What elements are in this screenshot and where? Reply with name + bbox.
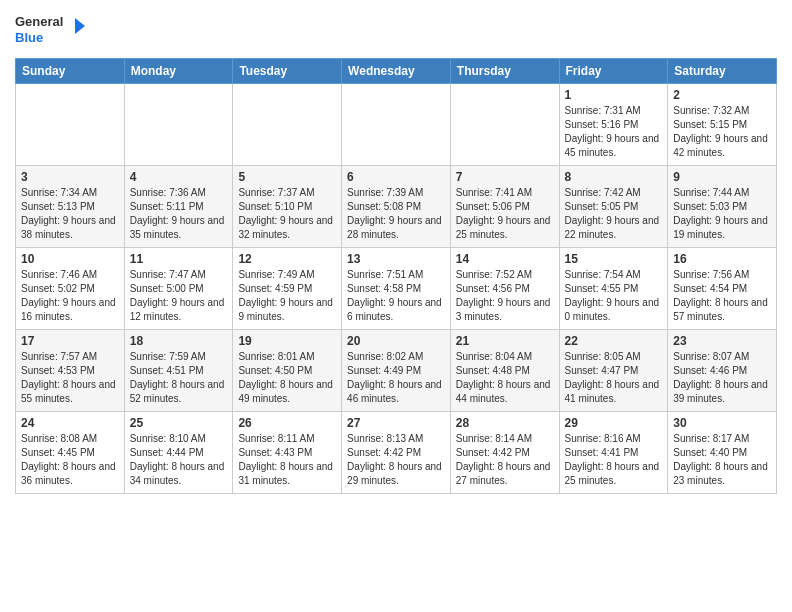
calendar-cell: 5Sunrise: 7:37 AM Sunset: 5:10 PM Daylig… xyxy=(233,166,342,248)
calendar-cell: 3Sunrise: 7:34 AM Sunset: 5:13 PM Daylig… xyxy=(16,166,125,248)
calendar-cell: 16Sunrise: 7:56 AM Sunset: 4:54 PM Dayli… xyxy=(668,248,777,330)
day-info: Sunrise: 8:11 AM Sunset: 4:43 PM Dayligh… xyxy=(238,432,336,488)
weekday-header-friday: Friday xyxy=(559,59,668,84)
day-number: 26 xyxy=(238,416,336,430)
day-info: Sunrise: 8:01 AM Sunset: 4:50 PM Dayligh… xyxy=(238,350,336,406)
day-number: 8 xyxy=(565,170,663,184)
day-info: Sunrise: 7:34 AM Sunset: 5:13 PM Dayligh… xyxy=(21,186,119,242)
calendar-cell: 14Sunrise: 7:52 AM Sunset: 4:56 PM Dayli… xyxy=(450,248,559,330)
calendar-cell: 25Sunrise: 8:10 AM Sunset: 4:44 PM Dayli… xyxy=(124,412,233,494)
day-info: Sunrise: 8:04 AM Sunset: 4:48 PM Dayligh… xyxy=(456,350,554,406)
day-number: 2 xyxy=(673,88,771,102)
day-info: Sunrise: 7:37 AM Sunset: 5:10 PM Dayligh… xyxy=(238,186,336,242)
weekday-header-saturday: Saturday xyxy=(668,59,777,84)
calendar-cell: 18Sunrise: 7:59 AM Sunset: 4:51 PM Dayli… xyxy=(124,330,233,412)
day-info: Sunrise: 7:54 AM Sunset: 4:55 PM Dayligh… xyxy=(565,268,663,324)
day-info: Sunrise: 8:05 AM Sunset: 4:47 PM Dayligh… xyxy=(565,350,663,406)
calendar-cell: 30Sunrise: 8:17 AM Sunset: 4:40 PM Dayli… xyxy=(668,412,777,494)
day-number: 5 xyxy=(238,170,336,184)
day-number: 22 xyxy=(565,334,663,348)
day-info: Sunrise: 7:59 AM Sunset: 4:51 PM Dayligh… xyxy=(130,350,228,406)
day-number: 6 xyxy=(347,170,445,184)
svg-text:General: General xyxy=(15,14,63,29)
day-number: 15 xyxy=(565,252,663,266)
calendar-cell: 4Sunrise: 7:36 AM Sunset: 5:11 PM Daylig… xyxy=(124,166,233,248)
calendar-cell: 23Sunrise: 8:07 AM Sunset: 4:46 PM Dayli… xyxy=(668,330,777,412)
svg-text:Blue: Blue xyxy=(15,30,43,45)
day-number: 1 xyxy=(565,88,663,102)
calendar-cell: 22Sunrise: 8:05 AM Sunset: 4:47 PM Dayli… xyxy=(559,330,668,412)
calendar-cell: 15Sunrise: 7:54 AM Sunset: 4:55 PM Dayli… xyxy=(559,248,668,330)
week-row-0: 1Sunrise: 7:31 AM Sunset: 5:16 PM Daylig… xyxy=(16,84,777,166)
day-info: Sunrise: 8:08 AM Sunset: 4:45 PM Dayligh… xyxy=(21,432,119,488)
weekday-header-thursday: Thursday xyxy=(450,59,559,84)
logo: GeneralBlue xyxy=(15,10,85,50)
day-number: 14 xyxy=(456,252,554,266)
day-info: Sunrise: 8:14 AM Sunset: 4:42 PM Dayligh… xyxy=(456,432,554,488)
day-number: 25 xyxy=(130,416,228,430)
calendar-cell: 7Sunrise: 7:41 AM Sunset: 5:06 PM Daylig… xyxy=(450,166,559,248)
calendar-cell xyxy=(450,84,559,166)
day-number: 9 xyxy=(673,170,771,184)
calendar-cell: 24Sunrise: 8:08 AM Sunset: 4:45 PM Dayli… xyxy=(16,412,125,494)
day-info: Sunrise: 7:32 AM Sunset: 5:15 PM Dayligh… xyxy=(673,104,771,160)
weekday-header-sunday: Sunday xyxy=(16,59,125,84)
page: GeneralBlue SundayMondayTuesdayWednesday… xyxy=(0,0,792,612)
calendar-cell: 13Sunrise: 7:51 AM Sunset: 4:58 PM Dayli… xyxy=(342,248,451,330)
day-info: Sunrise: 8:17 AM Sunset: 4:40 PM Dayligh… xyxy=(673,432,771,488)
logo-svg: GeneralBlue xyxy=(15,10,85,50)
calendar-cell: 21Sunrise: 8:04 AM Sunset: 4:48 PM Dayli… xyxy=(450,330,559,412)
calendar-cell: 19Sunrise: 8:01 AM Sunset: 4:50 PM Dayli… xyxy=(233,330,342,412)
calendar-cell: 20Sunrise: 8:02 AM Sunset: 4:49 PM Dayli… xyxy=(342,330,451,412)
calendar-cell xyxy=(342,84,451,166)
day-number: 10 xyxy=(21,252,119,266)
calendar-cell: 29Sunrise: 8:16 AM Sunset: 4:41 PM Dayli… xyxy=(559,412,668,494)
day-info: Sunrise: 7:47 AM Sunset: 5:00 PM Dayligh… xyxy=(130,268,228,324)
day-info: Sunrise: 7:31 AM Sunset: 5:16 PM Dayligh… xyxy=(565,104,663,160)
calendar-cell: 11Sunrise: 7:47 AM Sunset: 5:00 PM Dayli… xyxy=(124,248,233,330)
day-number: 19 xyxy=(238,334,336,348)
day-info: Sunrise: 7:41 AM Sunset: 5:06 PM Dayligh… xyxy=(456,186,554,242)
weekday-header-wednesday: Wednesday xyxy=(342,59,451,84)
calendar-cell: 28Sunrise: 8:14 AM Sunset: 4:42 PM Dayli… xyxy=(450,412,559,494)
calendar-cell xyxy=(233,84,342,166)
day-info: Sunrise: 8:16 AM Sunset: 4:41 PM Dayligh… xyxy=(565,432,663,488)
weekday-header-row: SundayMondayTuesdayWednesdayThursdayFrid… xyxy=(16,59,777,84)
calendar-cell: 9Sunrise: 7:44 AM Sunset: 5:03 PM Daylig… xyxy=(668,166,777,248)
day-number: 29 xyxy=(565,416,663,430)
calendar-cell: 6Sunrise: 7:39 AM Sunset: 5:08 PM Daylig… xyxy=(342,166,451,248)
header: GeneralBlue xyxy=(15,10,777,50)
day-number: 30 xyxy=(673,416,771,430)
day-number: 11 xyxy=(130,252,228,266)
day-info: Sunrise: 8:13 AM Sunset: 4:42 PM Dayligh… xyxy=(347,432,445,488)
day-number: 24 xyxy=(21,416,119,430)
weekday-header-tuesday: Tuesday xyxy=(233,59,342,84)
day-info: Sunrise: 7:49 AM Sunset: 4:59 PM Dayligh… xyxy=(238,268,336,324)
weekday-header-monday: Monday xyxy=(124,59,233,84)
calendar-cell: 10Sunrise: 7:46 AM Sunset: 5:02 PM Dayli… xyxy=(16,248,125,330)
day-number: 27 xyxy=(347,416,445,430)
calendar-table: SundayMondayTuesdayWednesdayThursdayFrid… xyxy=(15,58,777,494)
day-number: 20 xyxy=(347,334,445,348)
day-number: 17 xyxy=(21,334,119,348)
day-number: 12 xyxy=(238,252,336,266)
day-info: Sunrise: 7:42 AM Sunset: 5:05 PM Dayligh… xyxy=(565,186,663,242)
day-number: 3 xyxy=(21,170,119,184)
day-number: 13 xyxy=(347,252,445,266)
day-number: 28 xyxy=(456,416,554,430)
week-row-1: 3Sunrise: 7:34 AM Sunset: 5:13 PM Daylig… xyxy=(16,166,777,248)
day-number: 16 xyxy=(673,252,771,266)
day-info: Sunrise: 7:39 AM Sunset: 5:08 PM Dayligh… xyxy=(347,186,445,242)
calendar-cell: 12Sunrise: 7:49 AM Sunset: 4:59 PM Dayli… xyxy=(233,248,342,330)
calendar-cell: 27Sunrise: 8:13 AM Sunset: 4:42 PM Dayli… xyxy=(342,412,451,494)
svg-marker-1 xyxy=(75,18,85,34)
day-info: Sunrise: 7:57 AM Sunset: 4:53 PM Dayligh… xyxy=(21,350,119,406)
day-number: 21 xyxy=(456,334,554,348)
day-info: Sunrise: 8:02 AM Sunset: 4:49 PM Dayligh… xyxy=(347,350,445,406)
calendar-cell: 8Sunrise: 7:42 AM Sunset: 5:05 PM Daylig… xyxy=(559,166,668,248)
week-row-4: 24Sunrise: 8:08 AM Sunset: 4:45 PM Dayli… xyxy=(16,412,777,494)
day-number: 23 xyxy=(673,334,771,348)
week-row-3: 17Sunrise: 7:57 AM Sunset: 4:53 PM Dayli… xyxy=(16,330,777,412)
calendar-cell xyxy=(16,84,125,166)
day-number: 4 xyxy=(130,170,228,184)
